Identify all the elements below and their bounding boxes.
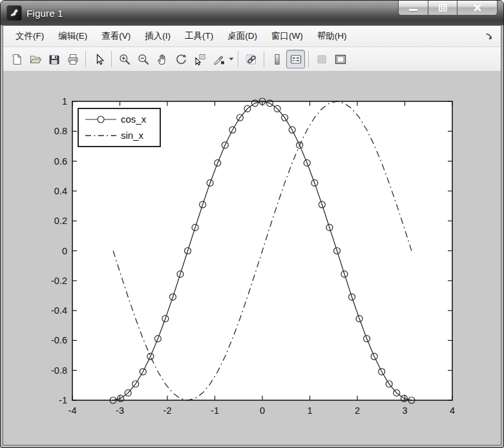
show-plot-tools-dock-button[interactable] [331, 50, 350, 68]
x-tick-label: -4 [68, 405, 77, 416]
x-tick-label: -3 [116, 405, 124, 416]
menu-help[interactable]: 帮助(H) [310, 28, 354, 45]
x-tick-label: 4 [450, 405, 455, 416]
legend-box[interactable]: cos_x sin_x [78, 108, 161, 147]
toolbar-separator [85, 51, 86, 67]
y-tick-label: -0.6 [51, 335, 67, 345]
matlab-logo-icon [7, 6, 21, 20]
toolbar-separator [308, 51, 309, 67]
open-file-button[interactable] [26, 50, 45, 68]
toolbar-separator [111, 51, 112, 67]
pointer-button[interactable] [89, 50, 108, 68]
show-plot-tools-dock-icon [334, 53, 347, 66]
chevron-down-icon [229, 57, 234, 61]
legend-label-sin: sin_x [121, 130, 143, 141]
menu-desktop[interactable]: 桌面(D) [220, 28, 264, 45]
zoom-in-icon [118, 53, 131, 66]
toolbar-separator [238, 51, 238, 67]
link-plots-icon [245, 53, 258, 66]
legend-label-cos: cos_x [121, 114, 146, 125]
pan-hand-icon [156, 53, 169, 66]
legend-entry-sin[interactable]: sin_x [84, 127, 154, 143]
menu-view[interactable]: 查看(V) [94, 28, 138, 45]
y-tick-label: 0.6 [54, 156, 67, 167]
new-file-icon [10, 53, 23, 66]
minimize-icon [409, 9, 417, 11]
pointer-cursor-icon [92, 53, 105, 66]
zoom-out-button[interactable] [134, 50, 152, 68]
rotate-3d-button[interactable] [171, 50, 190, 68]
x-tick-label: 0 [260, 405, 265, 416]
insert-colorbar-icon [271, 53, 284, 66]
save-figure-button[interactable] [45, 50, 63, 68]
y-tick-label: -0.8 [51, 365, 67, 376]
hide-plot-tools-button[interactable] [312, 50, 331, 68]
print-figure-button[interactable] [63, 50, 82, 68]
x-tick-label: 1 [307, 405, 312, 416]
legend-line-sample-cos [84, 114, 118, 125]
titlebar[interactable]: Figure 1 [1, 1, 503, 25]
y-tick-label: -0.4 [51, 305, 67, 316]
zoom-in-button[interactable] [115, 50, 134, 68]
y-tick-label: -1 [59, 395, 67, 405]
zoom-out-icon [137, 53, 150, 66]
printer-icon [67, 53, 79, 66]
data-cursor-button[interactable] [190, 50, 209, 68]
window-title: Figure 1 [26, 8, 63, 19]
maximize-icon [439, 4, 447, 12]
x-tick-label: 3 [402, 405, 407, 416]
menu-tools[interactable]: 工具(T) [178, 28, 220, 45]
y-tick-label: 0 [62, 246, 67, 256]
y-tick-label: 0.8 [54, 126, 67, 136]
toolbar-separator [264, 51, 264, 67]
figure-canvas[interactable]: -4-3-2-101234-1-0.8-0.6-0.4-0.200.20.40.… [3, 72, 501, 445]
data-cursor-icon [193, 53, 206, 66]
insert-legend-button[interactable] [286, 50, 305, 68]
dock-figure-arrow-icon [485, 32, 493, 41]
new-file-button[interactable] [7, 50, 26, 68]
close-button[interactable] [457, 1, 498, 15]
legend-line-sample-sin [84, 130, 118, 141]
insert-legend-icon [289, 53, 302, 66]
link-plots-button[interactable] [242, 50, 260, 68]
y-tick-label: 0.4 [54, 186, 67, 196]
x-tick-label: 2 [355, 405, 360, 416]
toolbar [3, 47, 501, 72]
menubar: 文件(F) 编辑(E) 查看(V) 插入(I) 工具(T) 桌面(D) 窗口(W… [3, 26, 501, 47]
figure-window: Figure 1 文件(F) 编辑(E) 查看(V) 插 [0, 0, 504, 448]
brush-dropdown-button[interactable] [227, 50, 235, 68]
brush-icon [212, 53, 225, 66]
minimize-button[interactable] [398, 1, 428, 15]
x-tick-label: -1 [211, 405, 219, 416]
window-controls [398, 1, 498, 15]
maximize-button[interactable] [428, 1, 457, 15]
menu-insert[interactable]: 插入(I) [138, 28, 178, 45]
menu-edit[interactable]: 编辑(E) [51, 28, 94, 45]
x-tick-label: -2 [163, 405, 172, 416]
legend-entry-cos[interactable]: cos_x [84, 111, 154, 127]
rotate-3d-icon [174, 53, 187, 66]
save-floppy-icon [48, 53, 61, 66]
y-tick-label: -0.2 [51, 276, 67, 286]
menu-window[interactable]: 窗口(W) [264, 28, 310, 45]
open-folder-icon [29, 53, 42, 66]
y-tick-label: 0.2 [54, 216, 67, 226]
brush-button[interactable] [209, 50, 227, 68]
dock-figure-arrow-button[interactable] [485, 32, 493, 41]
window-content: 文件(F) 编辑(E) 查看(V) 插入(I) 工具(T) 桌面(D) 窗口(W… [3, 25, 501, 445]
menu-file[interactable]: 文件(F) [8, 28, 51, 45]
matlab-membrane-icon [9, 8, 19, 18]
y-tick-label: 1 [62, 96, 67, 107]
insert-colorbar-button[interactable] [268, 50, 286, 68]
hide-plot-tools-icon [315, 53, 328, 66]
close-icon [474, 4, 481, 12]
pan-button[interactable] [152, 50, 171, 68]
